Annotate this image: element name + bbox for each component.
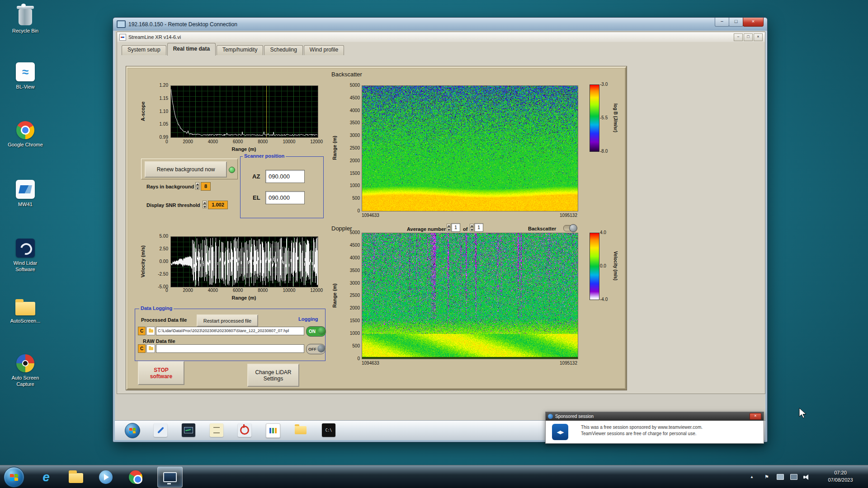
taskbar-internet-explorer[interactable]: e xyxy=(38,469,54,485)
tick-label: 0 xyxy=(357,356,360,361)
rdp-maximize-button[interactable]: □ xyxy=(729,18,743,27)
rdp-titlebar[interactable]: 192.168.0.150 - Remote Desktop Connectio… xyxy=(113,18,767,31)
folder-icon[interactable] xyxy=(294,423,307,437)
tab-wind-profile[interactable]: Wind profile xyxy=(304,45,344,55)
of-spinner[interactable] xyxy=(470,224,474,231)
command-prompt-icon[interactable]: C:\ xyxy=(322,423,335,437)
data-logging-box: Data Logging Processed Data file Restart… xyxy=(135,309,326,361)
doppler-colorbar-ticks: 4.00.0-4.0 xyxy=(600,230,612,302)
browse-folder-icon[interactable] xyxy=(146,344,155,353)
teamviewer-popup-titlebar[interactable]: Sponsored session × xyxy=(546,412,764,421)
remote-start-button[interactable] xyxy=(125,423,140,438)
desktop-icon-recycle-bin[interactable]: Recycle Bin xyxy=(5,5,46,34)
average-number-field[interactable]: 1 xyxy=(451,223,460,232)
taskbar-chrome[interactable] xyxy=(127,469,144,485)
tick-label: -5.5 xyxy=(600,115,608,120)
stop-software-button[interactable]: STOP software xyxy=(138,361,184,385)
tick-label: 12000 xyxy=(310,288,323,293)
network-icon xyxy=(777,474,784,480)
scanner-position-box: Scanner position AZ 090.000 EL 090.000 xyxy=(240,156,324,218)
desktop-icon-label: Wind Lidar Software xyxy=(5,260,46,273)
taskbar-media-player[interactable] xyxy=(98,469,114,485)
teamviewer-message-line2: TeamViewer sessions are free of charge f… xyxy=(581,431,697,436)
tab-temp-humidity[interactable]: Temp/humidity xyxy=(217,45,263,55)
change-lidar-settings-button[interactable]: Change LiDAR Settings xyxy=(247,364,299,387)
power-app-icon[interactable] xyxy=(238,423,251,437)
paint-app-icon[interactable] xyxy=(154,423,167,437)
raw-file-row: C xyxy=(138,344,304,353)
drive-letter-box[interactable]: C xyxy=(138,344,146,353)
of-value-field[interactable]: 1 xyxy=(474,223,483,232)
speaker-icon xyxy=(803,474,810,480)
snr-spinner[interactable] xyxy=(203,201,207,208)
rays-spinner[interactable] xyxy=(195,182,199,190)
processed-logging-toggle[interactable]: ON xyxy=(306,326,326,337)
tray-network[interactable] xyxy=(775,465,786,488)
start-button[interactable] xyxy=(4,467,24,488)
notes-app-icon[interactable] xyxy=(210,423,223,437)
tab-real-time-data[interactable]: Real time data xyxy=(167,43,216,56)
desktop-icon-autoscreen-folder[interactable]: AutoScreen... xyxy=(5,297,46,324)
renew-background-button[interactable]: Renew background now xyxy=(145,161,227,178)
snr-value-field[interactable]: 1.002 xyxy=(208,201,228,209)
el-value-field[interactable]: 090.000 xyxy=(265,191,305,204)
monitor-app-icon[interactable] xyxy=(182,423,195,437)
average-number-spinner[interactable] xyxy=(447,224,451,231)
processed-file-path-field[interactable]: C:\Lidar\Data\Proc\2023\202308\20230807\… xyxy=(156,327,304,335)
taskbar-rdp-active-button[interactable] xyxy=(157,467,183,488)
processed-file-row: C C:\Lidar\Data\Proc\2023\202308\2023080… xyxy=(138,327,304,335)
tick-label: 10000 xyxy=(283,139,295,144)
bl-view-icon: ≈ xyxy=(16,62,35,81)
browse-folder-icon[interactable] xyxy=(146,327,155,335)
rdp-minimize-button[interactable]: − xyxy=(715,18,729,27)
wave-glyph: ≈ xyxy=(22,65,28,79)
desktop-icon-auto-screen-capture[interactable]: Auto Screen Capture xyxy=(5,354,46,388)
drive-letter-box[interactable]: C xyxy=(138,327,146,335)
tab-strip: System setup Real time data Temp/humidit… xyxy=(117,42,765,56)
app-minimize-button[interactable]: − xyxy=(734,33,743,41)
rdp-close-button[interactable]: × xyxy=(743,18,764,27)
tick-label: 2500 xyxy=(350,145,360,150)
folder-icon xyxy=(69,473,83,483)
app-close-button[interactable]: × xyxy=(754,33,763,41)
chart-app-icon[interactable] xyxy=(266,423,280,438)
tray-clock[interactable]: 07:20 07/08/2023 xyxy=(816,465,864,488)
taskbar-file-explorer[interactable] xyxy=(68,469,84,485)
tick-label: 1500 xyxy=(350,171,360,176)
desktop-icon-mw41[interactable]: MW41 xyxy=(5,180,46,208)
tick-label: 500 xyxy=(352,196,360,201)
desktop-icon-label: Google Chrome xyxy=(8,142,43,148)
rdp-window-icon xyxy=(117,20,126,28)
change-line1: Change LiDAR xyxy=(255,369,291,375)
snr-threshold-label: Display SNR threshold xyxy=(146,202,200,208)
doppler-heatmap xyxy=(362,233,578,359)
desktop-icon-bl-view[interactable]: ≈ BL-View xyxy=(5,62,46,90)
doppler-colorbar xyxy=(590,233,599,300)
tick-label: -4.0 xyxy=(600,297,608,302)
tick-label: -3.0 xyxy=(600,82,608,87)
raw-logging-toggle[interactable]: OFF xyxy=(306,344,326,354)
teamviewer-close-button[interactable]: × xyxy=(750,413,761,420)
tray-volume[interactable] xyxy=(801,465,812,488)
az-value-field[interactable]: 090.000 xyxy=(265,170,305,183)
tick-label: 5000 xyxy=(350,230,360,235)
desktop-icon-wind-lidar[interactable]: Wind Lidar Software xyxy=(5,239,46,273)
app-titlebar[interactable]: StreamLine XR v14-6.vi − □ × xyxy=(117,32,765,42)
backscatter-toggle[interactable] xyxy=(563,225,577,231)
el-label: EL xyxy=(253,194,260,201)
flag-icon: ⚑ xyxy=(764,474,769,480)
desktop-icon-google-chrome[interactable]: Google Chrome xyxy=(5,121,46,148)
tick-label: 4000 xyxy=(350,255,360,260)
app-maximize-button[interactable]: □ xyxy=(744,33,753,41)
restart-processed-file-button[interactable]: Restart processed file xyxy=(197,314,258,327)
tab-scheduling[interactable]: Scheduling xyxy=(264,45,302,55)
desktop-icon-label: BL-View xyxy=(16,84,35,90)
tab-system-setup[interactable]: System setup xyxy=(122,45,166,55)
tray-action-center[interactable]: ⚑ xyxy=(761,465,772,488)
rays-value-field[interactable]: 8 xyxy=(201,182,211,191)
raw-file-path-field[interactable] xyxy=(156,344,304,353)
backscatter-x-end: 1095132 xyxy=(547,213,577,218)
stop-line2: software xyxy=(150,373,172,380)
tray-display[interactable] xyxy=(788,465,799,488)
tray-show-hidden-icons[interactable]: ▲ xyxy=(747,465,757,488)
